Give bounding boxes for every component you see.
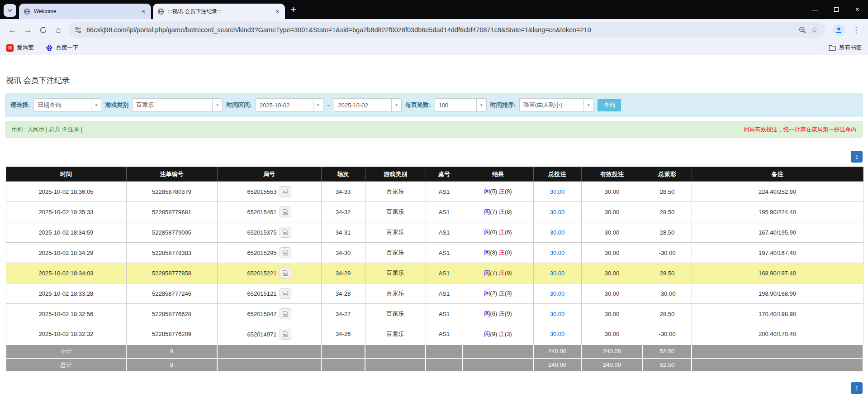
banker-score: (9) <box>505 310 512 317</box>
video-button[interactable] <box>280 308 291 319</box>
sort-select[interactable]: 降幂(由大到小) ▼ <box>519 98 594 112</box>
cell-valid-bet: 30.00 <box>581 324 643 345</box>
cell-table-no: AS1 <box>426 324 463 345</box>
home-button[interactable]: ⌂ <box>51 22 66 38</box>
search-button[interactable]: 查询 <box>598 99 621 111</box>
total-bet-link[interactable]: 30.00 <box>550 209 565 216</box>
pagination-page-1-top[interactable]: 1 <box>851 151 863 163</box>
table-header-row: 时间注单编号局号场次游戏类别桌号结果总投注有效投注总派彩备注 <box>6 167 863 182</box>
subtotal-cell-4 <box>365 345 426 358</box>
cell-total-bet[interactable]: 30.00 <box>533 202 581 222</box>
game-type-select[interactable]: 百家乐 ▼ <box>132 98 223 112</box>
cell-session: 34-32 <box>321 202 365 222</box>
cell-valid-bet: 30.00 <box>581 263 643 283</box>
tab-search-button[interactable] <box>4 4 16 17</box>
total-bet-link[interactable]: 30.00 <box>550 290 565 297</box>
column-header: 总投注 <box>533 167 581 182</box>
subtotal-row: 小计8240.00240.0052.50 <box>6 345 863 358</box>
cell-bet-id: 522858776209 <box>126 324 217 345</box>
video-button[interactable] <box>280 227 291 238</box>
date-to-select[interactable]: 2025-10-02 ▼ <box>334 98 402 112</box>
cell-time: 2025-10-02 18:34:59 <box>6 222 126 243</box>
browser-toolbar: ← → ⌂ 66cxkj98.com/ipl/portal.php/game/b… <box>0 19 868 41</box>
tab-betrecord[interactable]: :::视讯 会员下注纪录::: × <box>153 4 285 19</box>
round-number: 652015121 <box>247 290 276 297</box>
total-cell-1: 8 <box>126 358 217 372</box>
tab-close-icon[interactable]: × <box>139 7 147 15</box>
cell-total-bet[interactable]: 30.00 <box>533 304 581 324</box>
cell-result: 闲(7) 庄(8) <box>463 202 533 222</box>
total-cell-0: 总计 <box>6 358 126 372</box>
banker-score: (3) <box>505 290 512 297</box>
total-cell-3 <box>321 358 365 372</box>
total-bet-link[interactable]: 30.00 <box>550 331 565 337</box>
round-number: 652015461 <box>247 209 276 216</box>
url-text[interactable]: 66cxkj98.com/ipl/portal.php/game/betreco… <box>86 26 792 34</box>
window-controls: — × <box>804 0 868 19</box>
cell-total-bet[interactable]: 30.00 <box>533 324 581 345</box>
player-score: (0) <box>490 229 497 235</box>
cell-total-bet[interactable]: 30.00 <box>533 182 581 202</box>
total-bet-link[interactable]: 30.00 <box>550 270 565 277</box>
minimize-button[interactable]: — <box>804 0 825 19</box>
site-settings-icon[interactable] <box>74 26 82 34</box>
total-bet-link[interactable]: 30.00 <box>550 188 565 195</box>
cell-round: 652015047 <box>217 304 321 324</box>
subtotal-cell-1: 8 <box>126 345 217 358</box>
query-type-select[interactable]: 日期查询 ▼ <box>33 98 101 112</box>
bookmark-star-icon[interactable]: ☆ <box>808 25 820 35</box>
banker-result: 庄 <box>499 249 505 256</box>
tab-welcome[interactable]: Welcome × <box>19 4 151 19</box>
close-button[interactable]: × <box>847 0 868 19</box>
subtotal-cell-3 <box>321 345 365 358</box>
browser-menu-icon[interactable]: ⋮ <box>849 25 863 35</box>
forward-button[interactable]: → <box>20 22 35 38</box>
per-page-label: 每页笔数: <box>405 101 431 109</box>
video-button[interactable] <box>280 329 291 340</box>
cell-session: 34-31 <box>321 222 365 243</box>
cell-result: 闲(5) 庄(8) <box>463 182 533 202</box>
maximize-button[interactable] <box>825 0 847 19</box>
cell-time: 2025-10-02 18:35:33 <box>6 202 126 222</box>
total-bet-link[interactable]: 30.00 <box>550 229 565 236</box>
video-button[interactable] <box>280 288 291 299</box>
bookmark-baidu[interactable]: 百度一下 <box>46 44 79 52</box>
cell-total-bet[interactable]: 30.00 <box>533 222 581 243</box>
cell-total-bet[interactable]: 30.00 <box>533 243 581 263</box>
bookmark-taobao[interactable]: 淘 爱淘宝 <box>6 44 34 52</box>
date-from-select[interactable]: 2025-10-02 ▼ <box>256 98 323 112</box>
time-range-label: 时间区间: <box>226 101 251 109</box>
column-header: 时间 <box>6 167 126 182</box>
subtotal-cell-10 <box>692 345 863 358</box>
cell-total-bet[interactable]: 30.00 <box>533 283 581 304</box>
player-result: 闲 <box>484 310 490 317</box>
pagination-page-1-bottom[interactable]: 1 <box>851 382 863 394</box>
page-content: 视讯 会员下注纪录 请选择: 日期查询 ▼ 游戏类别 百家乐 ▼ 时间区间: 2… <box>0 55 868 408</box>
per-page-select[interactable]: 100 ▼ <box>435 98 487 112</box>
total-bet-link[interactable]: 30.00 <box>550 311 565 317</box>
address-bar[interactable]: 66cxkj98.com/ipl/portal.php/game/betreco… <box>69 22 825 38</box>
cell-note: 224.40/252.90 <box>692 182 863 202</box>
player-result: 闲 <box>484 290 490 297</box>
video-button[interactable] <box>280 186 291 197</box>
video-button[interactable] <box>280 247 291 258</box>
zoom-out-icon[interactable] <box>797 26 808 34</box>
summary-bar: 币别 : 人民币 | 总共 :8 注单 | 同局有效投注，统一计算在该局第一张注… <box>5 121 863 138</box>
cell-payout: 28.50 <box>643 304 692 324</box>
cell-table-no: AS1 <box>426 202 463 222</box>
back-button[interactable]: ← <box>5 22 20 38</box>
reload-button[interactable] <box>35 22 51 38</box>
subtotal-cell-2 <box>217 345 321 358</box>
player-score: (9) <box>490 331 497 337</box>
profile-avatar[interactable] <box>833 24 845 36</box>
cell-total-bet[interactable]: 30.00 <box>533 263 581 283</box>
cell-valid-bet: 30.00 <box>581 283 643 304</box>
video-button[interactable] <box>280 206 291 217</box>
player-score: (8) <box>490 249 497 256</box>
tab-close-icon[interactable]: × <box>273 7 281 15</box>
video-button[interactable] <box>280 268 291 278</box>
new-tab-button[interactable]: + <box>290 5 296 14</box>
cell-session: 34-28 <box>321 283 365 304</box>
all-bookmarks-button[interactable]: 所有书签 <box>821 43 862 53</box>
total-bet-link[interactable]: 30.00 <box>550 250 565 256</box>
